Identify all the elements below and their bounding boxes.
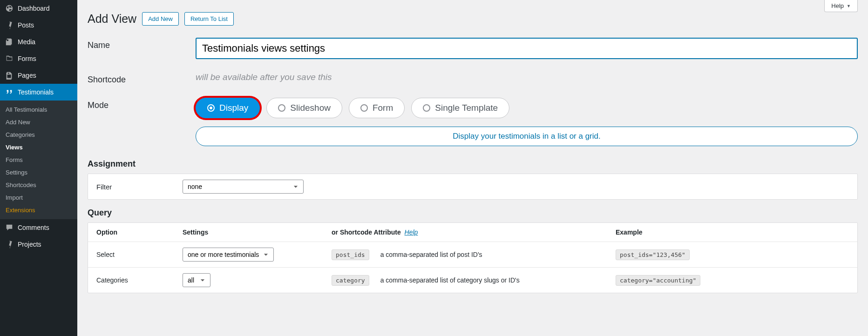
filter-label: Filter (96, 183, 183, 191)
mode-label-text: Display (219, 103, 248, 113)
nav-label: Pages (18, 72, 36, 79)
pin-icon (5, 240, 14, 249)
nav-projects[interactable]: Projects (0, 236, 77, 253)
sub-import[interactable]: Import (0, 191, 77, 204)
query-panel: Option Settings or Shortcode Attribute H… (88, 222, 858, 293)
sub-add-new[interactable]: Add New (0, 116, 77, 128)
name-input[interactable] (196, 38, 858, 59)
select-categories[interactable]: all (183, 273, 210, 287)
query-row-categories: Categories all category a comma-separate… (88, 268, 857, 293)
main-content: Help ▼ Add View Add New Return To List N… (77, 0, 868, 336)
sub-views[interactable]: Views (0, 141, 77, 154)
shortcode-label: Shortcode (88, 72, 196, 85)
nav-comments[interactable]: Comments (0, 219, 77, 236)
nav-label: Testimonials (18, 88, 54, 96)
col-settings: Settings (183, 228, 332, 236)
attr-example: post_ids="123,456" (616, 249, 690, 260)
attr-desc: a comma-separated list of category slugs… (380, 276, 520, 284)
page-title: Add View (88, 12, 136, 26)
assignment-panel: Filter none (88, 174, 858, 200)
pages-icon (5, 71, 14, 80)
mode-label-text: Single Template (435, 103, 498, 113)
query-row-select: Select one or more testimonials post_ids… (88, 242, 857, 268)
mode-form[interactable]: Form (349, 98, 405, 118)
forms-icon (5, 54, 14, 63)
mode-label: Mode (88, 98, 196, 110)
sub-all-testimonials[interactable]: All Testimonials (0, 103, 77, 116)
dashboard-icon (5, 4, 14, 13)
assignment-title: Assignment (88, 159, 858, 169)
mode-label-text: Slideshow (290, 103, 331, 113)
radio-icon (207, 104, 215, 112)
comment-icon (5, 223, 14, 232)
mode-description: Display your testimonials in a list or a… (196, 127, 858, 146)
admin-sidebar: Dashboard Posts Media Forms Pages (0, 0, 77, 336)
sub-extensions[interactable]: Extensions (0, 204, 77, 216)
query-title: Query (88, 208, 858, 218)
pin-icon (5, 20, 14, 30)
nav-label: Dashboard (18, 5, 50, 12)
help-link[interactable]: Help (405, 228, 418, 236)
mode-display[interactable]: Display (196, 98, 260, 118)
mode-slideshow[interactable]: Slideshow (266, 98, 342, 118)
nav-label: Media (18, 38, 35, 46)
sub-settings[interactable]: Settings (0, 166, 77, 179)
help-tab[interactable]: Help ▼ (824, 0, 858, 12)
col-example: Example (616, 228, 849, 236)
radio-icon (278, 104, 285, 112)
caret-down-icon: ▼ (847, 4, 851, 8)
mode-pills: Display Slideshow Form Single Template (196, 98, 858, 118)
mode-label-text: Form (373, 103, 393, 113)
nav-label: Forms (18, 55, 36, 62)
col-option: Option (96, 228, 183, 236)
sub-shortcodes[interactable]: Shortcodes (0, 179, 77, 191)
nav-label: Posts (18, 21, 34, 29)
nav-label: Comments (18, 224, 49, 231)
add-new-button[interactable]: Add New (142, 12, 179, 26)
attr-code: post_ids (332, 249, 369, 260)
nav-media[interactable]: Media (0, 34, 77, 50)
nav-pages[interactable]: Pages (0, 67, 77, 84)
media-icon (5, 37, 14, 47)
nav-forms[interactable]: Forms (0, 50, 77, 67)
testimonials-subnav: All Testimonials Add New Categories View… (0, 101, 77, 219)
help-label: Help (831, 2, 844, 9)
nav-testimonials[interactable]: Testimonials (0, 84, 77, 101)
attr-desc: a comma-separated list of post ID's (380, 251, 482, 258)
shortcode-note: will be available after you save this (196, 72, 332, 82)
radio-icon (360, 104, 368, 112)
row-option: Select (96, 251, 183, 258)
name-label: Name (88, 38, 196, 50)
nav-label: Projects (18, 241, 41, 248)
col-attr: or Shortcode Attribute Help (332, 228, 616, 236)
return-to-list-button[interactable]: Return To List (184, 12, 234, 26)
attr-code: category (332, 275, 369, 286)
sub-categories[interactable]: Categories (0, 128, 77, 141)
mode-single-template[interactable]: Single Template (411, 98, 509, 118)
radio-icon (423, 104, 430, 112)
nav-dashboard[interactable]: Dashboard (0, 0, 77, 17)
query-header: Option Settings or Shortcode Attribute H… (88, 223, 857, 242)
attr-example: category="accounting" (616, 275, 700, 286)
row-option: Categories (96, 276, 183, 284)
quote-icon (5, 87, 14, 97)
nav-posts[interactable]: Posts (0, 17, 77, 34)
filter-select[interactable]: none (183, 180, 304, 194)
select-testimonials[interactable]: one or more testimonials (183, 248, 274, 262)
sub-forms[interactable]: Forms (0, 154, 77, 166)
